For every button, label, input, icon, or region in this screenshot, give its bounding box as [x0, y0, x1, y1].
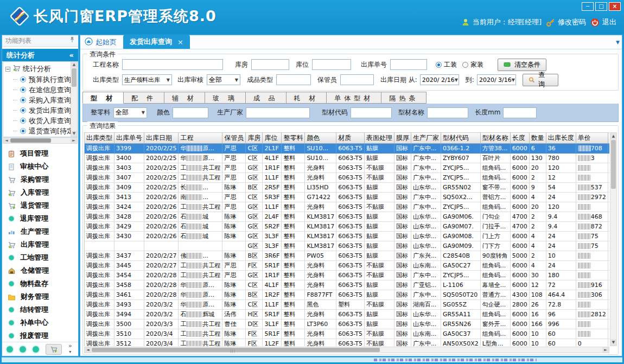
table-column-header[interactable]: 工程 [179, 133, 222, 144]
table-column-header[interactable]: 出库日期 [144, 133, 179, 144]
date-from-select[interactable]: 2020/ 2/16▼ [420, 74, 459, 85]
table-column-header[interactable]: 整零料 [282, 133, 305, 144]
tree-horizontal-scrollbar[interactable]: ◄ ► [3, 137, 78, 144]
table-vertical-scrollbar[interactable]: ▲ ▼ [610, 132, 617, 346]
tree-item[interactable]: 退货查询[待定] [5, 126, 69, 136]
table-row[interactable]: 调拨出库34582020/2/28华原...陈琳C区4L1F整料光身料6063-… [85, 280, 609, 290]
warehouse-input[interactable] [251, 59, 289, 70]
sidebar-group[interactable]: 出库管理 [8, 238, 77, 251]
table-column-header[interactable]: 表面处理 [364, 133, 394, 144]
table-row[interactable]: 调拨出库34302020/2/26石城陈琳G区3L3F整料KLM38176063… [85, 232, 609, 241]
table-column-header[interactable]: 出库类型 [85, 133, 114, 144]
scroll-right-icon[interactable]: ► [71, 138, 77, 143]
sidebar-group[interactable]: 报废管理 [8, 329, 77, 342]
material-tab[interactable]: 辅 材 [164, 92, 205, 104]
table-column-header[interactable]: 颜色 [305, 133, 336, 144]
tree-scroll-thumb[interactable] [72, 68, 77, 87]
logout-button[interactable]: 退出 [590, 17, 616, 27]
table-vscroll-thumb[interactable] [611, 140, 616, 189]
tab-shipping-outbound-query[interactable]: 发货出库查询 × [123, 35, 190, 49]
material-tab[interactable]: 配 件 [124, 92, 164, 104]
sidebar-group[interactable]: 采购管理 [8, 173, 77, 186]
tab-close-icon[interactable]: × [177, 38, 183, 46]
sidebar-group[interactable]: 退库管理 [8, 212, 77, 225]
order-no-input[interactable] [390, 59, 427, 70]
section-header[interactable]: 统计分析 « [2, 49, 78, 61]
material-tab[interactable]: 隔热条 [381, 92, 426, 104]
table-row[interactable]: G区3L3F整料KLM38176063-T5贴膜国标山东华...GA90M09.… [85, 241, 609, 251]
table-column-header[interactable]: 出库单号 [114, 133, 144, 144]
table-column-header[interactable]: 库房 [246, 133, 263, 144]
location-input[interactable] [312, 59, 351, 70]
material-tab[interactable]: 玻 璃 [205, 92, 246, 104]
tree-item[interactable]: 预算执行查询 [5, 74, 69, 85]
footer-cart-button[interactable] [46, 344, 62, 355]
scroll-up-icon[interactable]: ▲ [610, 133, 616, 139]
table-row[interactable]: 调拨出库33992020/2/25华原...严思C区2L1F整料SU10...6… [85, 144, 609, 154]
material-tab[interactable]: 单体型材 [327, 92, 381, 104]
tab-list-dropdown-icon[interactable]: ▼ [616, 40, 620, 45]
table-hscroll-thumb[interactable]: ||| [92, 348, 380, 352]
length-input[interactable] [503, 107, 537, 118]
table-column-header[interactable]: 型材名称 [480, 133, 510, 144]
tree-hscroll-thumb[interactable] [10, 138, 51, 143]
table-row[interactable]: 调拨出库34242020/2/26工共工程严思G区1L1F整料光身料6063-T… [85, 202, 609, 212]
tree-vertical-scrollbar[interactable]: ▲ ▼ [71, 62, 77, 137]
table-column-header[interactable]: 膜厚 [394, 133, 411, 144]
scroll-left-icon[interactable]: ◄ [3, 138, 10, 143]
table-column-header[interactable]: 材质 [336, 133, 365, 144]
table-row[interactable]: 调拨出库34372020/2/27佛...陈琳B区3R6F整料PW056063-… [85, 251, 609, 261]
sidebar-group[interactable]: 仓储管理 [8, 264, 77, 277]
radio-industrial[interactable]: 工装 [436, 60, 457, 69]
table-row[interactable]: 调拨出库34282020/2/26石城陈琳G区2L4F整料KLM38176063… [85, 212, 609, 222]
table-column-header[interactable]: 生产厂家 [411, 133, 441, 144]
table-row[interactable]: 调拨出库34032020/2/25工共工程严思G区1R1F整料光身料6063-T… [85, 163, 609, 173]
scroll-left-icon[interactable]: ◄ [85, 347, 91, 353]
table-column-header[interactable]: 单价 [576, 133, 608, 144]
radio-home-decor[interactable]: 家装 [462, 60, 483, 69]
audit-select[interactable]: 全部▼ [207, 74, 240, 85]
maximize-button[interactable]: □ [595, 2, 607, 11]
table-row[interactable]: 调拨出库34002020/2/25华原...严思C区4L1F整料SU10...6… [85, 154, 609, 163]
tree-item[interactable]: 发货出库查询 [5, 105, 69, 116]
table-column-header[interactable]: 保管员 [222, 133, 246, 144]
table-row[interactable]: 调拨出库34292020/2/26石城陈琳G区5R2F整料KLM38176063… [85, 222, 609, 232]
footer-dot-icon[interactable] [7, 346, 13, 353]
tree-item[interactable]: 收货入库查询 [5, 116, 69, 126]
close-button[interactable]: × [609, 2, 621, 11]
scroll-down-icon[interactable]: ▼ [71, 131, 77, 137]
change-password-button[interactable]: 修改密码 [546, 17, 586, 27]
table-row[interactable]: 调拨出库34932020/3/2华原...陈琳C区1L1F整料黑色塑料不贴膜国标… [85, 300, 609, 310]
sidebar-group[interactable]: 工地管理 [8, 251, 77, 264]
sidebar-group[interactable]: 补单中心 [8, 316, 77, 329]
tab-home[interactable]: 起始页 [80, 36, 123, 49]
table-column-header[interactable]: 库位 [263, 133, 282, 144]
manufacturer-input[interactable] [246, 107, 310, 118]
table-column-header[interactable]: 型材代码 [441, 133, 480, 144]
footer-dot-icon[interactable] [20, 346, 26, 353]
minimize-button[interactable]: − [582, 2, 594, 11]
sidebar-group[interactable]: 审核中心 [8, 160, 77, 173]
table-row[interactable]: 调拨出库35122020/3/4工共工程陈琳F区1L2F整料光身料6063-T5… [85, 339, 609, 347]
scroll-down-icon[interactable]: ▼ [610, 339, 616, 346]
date-to-select[interactable]: 2020/ 3/16▼ [477, 74, 516, 85]
profile-name-input[interactable] [427, 107, 468, 118]
configure-buttons-icon[interactable]: »▾ [68, 343, 72, 355]
material-tab[interactable]: 成 品 [246, 92, 286, 104]
table-row[interactable]: 调拨出库34132020/2/26南...严思C区5R3F整料G71422606… [85, 193, 609, 202]
profile-code-input[interactable] [351, 107, 392, 118]
whole-part-select[interactable]: 全部▼ [113, 107, 147, 118]
table-row[interactable]: 调拨出库34072020/2/25工共工程严思G区1L1F整料光身料6063-T… [85, 173, 609, 183]
table-row[interactable]: 调拨出库34612020/2/28华原...陈琳B区1R2F整料F8877FT6… [85, 290, 609, 300]
table-column-header[interactable]: 金 [608, 133, 609, 144]
keeper-input[interactable] [340, 74, 374, 85]
clear-conditions-button[interactable]: 清空条件 [498, 59, 546, 71]
table-column-header[interactable]: 出库长度 [546, 133, 576, 144]
sidebar-group[interactable]: 结转管理 [8, 303, 77, 316]
tree-expander-icon[interactable] [5, 67, 10, 72]
tree-root[interactable]: 统计分析 [5, 63, 69, 74]
table-row[interactable]: 调拨出库34092020/2/25长...陈琳B区2R5F整料LI35HD606… [85, 183, 609, 193]
project-name-input[interactable] [122, 59, 223, 70]
sidebar-group[interactable]: 项目管理 [8, 147, 77, 160]
table-row[interactable]: 调拨出库34942020/3/2石辉城汤伟H区5R1F整料光身料6063-T5贴… [85, 310, 609, 320]
